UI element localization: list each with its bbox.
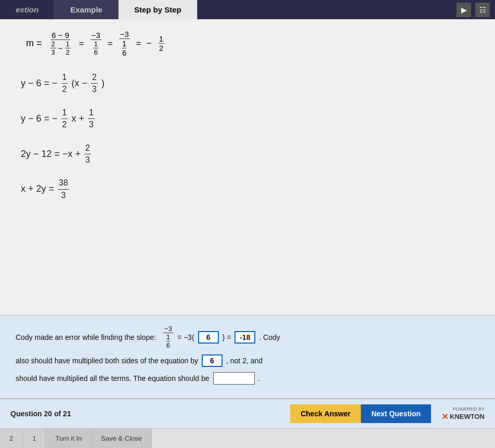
main-frac-numer: 6 − 9 <box>50 31 70 40</box>
footer-nav: 2 1 Turn it In Save & Close <box>0 428 495 448</box>
tab-bar: estion Example Step by Step ▶ ☷ <box>0 0 495 19</box>
play-icon-button[interactable]: ▶ <box>457 3 471 17</box>
action-buttons: Check Answer Next Question <box>290 404 431 423</box>
tab-step-by-step[interactable]: Step by Step <box>119 0 198 19</box>
answer-box-3[interactable]: 6 <box>202 354 223 367</box>
tab-question-label: estion <box>16 5 38 14</box>
nav-btn-2[interactable]: 2 <box>0 429 23 448</box>
tab-example-label: Example <box>70 5 102 14</box>
tab-step-by-step-label: Step by Step <box>134 5 181 14</box>
explanation-line2: also should have multiplied both sides o… <box>16 354 479 367</box>
save-close-button[interactable]: Save & Close <box>92 429 152 448</box>
app-container: estion Example Step by Step ▶ ☷ m = 6 − … <box>0 0 495 448</box>
equation-line4: 2y − 12 = −x + 2 3 <box>21 142 474 166</box>
next-question-button[interactable]: Next Question <box>361 404 431 423</box>
equation-line5: x + 2y = 38 3 <box>21 177 474 201</box>
math-area: m = 6 − 9 2 3 − 1 2 <box>0 19 495 315</box>
tab-example[interactable]: Example <box>55 0 119 19</box>
eq4-frac: 2 3 <box>84 142 91 166</box>
tab-question[interactable]: estion <box>0 0 55 19</box>
slope-calculation: m = 6 − 9 2 3 − 1 2 <box>26 30 474 57</box>
bottom-bar: Question 20 of 21 Check Answer Next Ques… <box>0 398 495 428</box>
exp-text3-after: . <box>258 374 260 383</box>
exp-text3-before: should have multiplied all the terms. Th… <box>16 374 210 383</box>
final-slope-frac: 1 2 <box>158 34 164 52</box>
question-info: Question 20 of 21 <box>10 410 71 418</box>
bottom-right: Check Answer Next Question POWERED BY ⨯ … <box>290 404 485 423</box>
step3-fraction: −3 1 6 <box>119 30 130 57</box>
equation-line3: y − 6 = − 1 2 x + 1 3 <box>21 107 474 131</box>
m-equals: m = <box>26 38 42 49</box>
eq3-frac1: 1 2 <box>61 107 68 131</box>
slope-error-frac: −3 1 6 <box>163 325 173 349</box>
main-content: m = 6 − 9 2 3 − 1 2 <box>0 19 495 448</box>
explanation-line1: Cody made an error while finding the slo… <box>16 325 479 349</box>
answer-box-2[interactable]: -18 <box>235 331 255 344</box>
answer-box-1[interactable]: 6 <box>198 331 219 344</box>
eq5-frac: 38 3 <box>58 177 69 201</box>
tab-spacer <box>198 0 451 19</box>
eq3-frac2: 1 3 <box>88 107 95 131</box>
check-answer-button[interactable]: Check Answer <box>290 404 361 423</box>
main-frac-denom: 2 3 − 1 2 <box>48 40 73 56</box>
answer-box-4[interactable] <box>213 372 255 385</box>
main-fraction: 6 − 9 2 3 − 1 2 <box>48 31 73 56</box>
eq-text-neg3: = −3( <box>177 333 194 341</box>
step2-fraction: −3 1 6 <box>90 31 101 56</box>
tab-icons: ▶ ☷ <box>451 0 495 19</box>
step2-inner-frac: 1 6 <box>93 40 99 56</box>
denom-frac1: 2 3 <box>50 40 56 56</box>
explanation-box: Cody made an error while finding the slo… <box>0 315 495 398</box>
eq2-frac2: 2 3 <box>91 72 98 96</box>
knewton-logo: ⨯ KNEWTON <box>441 412 485 421</box>
grid-icon-button[interactable]: ☷ <box>475 3 490 17</box>
denom-frac2: 1 2 <box>65 40 71 56</box>
nav-btn-1[interactable]: 1 <box>23 429 46 448</box>
eq2-frac1: 1 2 <box>61 72 68 96</box>
equation-line2: y − 6 = − 1 2 (x − 2 3 ) <box>21 72 474 96</box>
exp-text2: also should have multiplied both sides o… <box>16 357 198 365</box>
exp-cody: . Cody <box>259 333 280 341</box>
powered-by: POWERED BY ⨯ KNEWTON <box>441 406 485 421</box>
explanation-line3: should have multiplied all the terms. Th… <box>16 372 479 385</box>
powered-by-label: POWERED BY <box>453 406 485 412</box>
turn-it-in-button[interactable]: Turn it In <box>46 429 92 448</box>
exp-text1: Cody made an error while finding the slo… <box>16 333 156 341</box>
exp-text2-after: , not 2, and <box>226 357 263 365</box>
